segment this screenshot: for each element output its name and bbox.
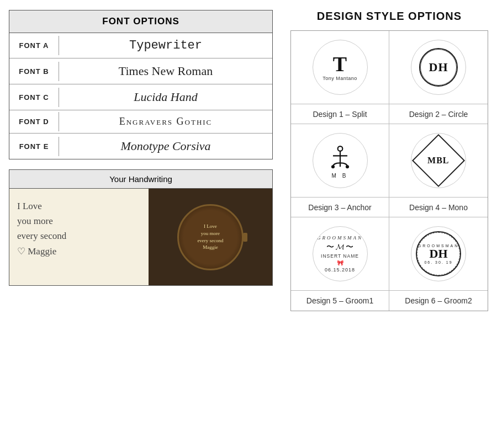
design-label-3: Design 3 – Anchor <box>291 198 389 217</box>
font-options-table: FONT OPTIONS FONT A Typewriter FONT B Ti… <box>9 10 273 159</box>
handwriting-title: Your Handwriting <box>9 170 272 189</box>
font-e-label: FONT E <box>9 137 59 156</box>
font-table-title: FONT OPTIONS <box>9 10 272 33</box>
design-5-insert: INSERT NAME <box>321 253 359 259</box>
design-6-top: GROOMSMAN <box>418 244 459 248</box>
design-5-label-text: Design 5 – Groom1 <box>306 296 373 305</box>
design-6-circle: GROOMSMAN DH 06. 30. 19 <box>411 226 466 281</box>
font-d-sample: Engravers Gothic <box>59 110 272 133</box>
design-label-5: Design 5 – Groom1 <box>291 291 389 311</box>
design-3-label-text: Design 3 – Anchor <box>308 203 371 212</box>
font-row-c: FONT C Lucida Hand <box>9 84 272 110</box>
design-3-inner: M B <box>326 143 355 179</box>
watch-image: I Love you more every second Maggie <box>149 189 272 285</box>
design-3-circle: M B <box>313 133 368 188</box>
handwriting-body: I Love you more every second ♡ Maggie I … <box>9 189 272 285</box>
svg-point-0 <box>337 146 342 151</box>
design-6-letters: DH <box>430 248 448 260</box>
left-panel: FONT OPTIONS FONT A Typewriter FONT B Ti… <box>0 0 282 448</box>
design-label-6: Design 6 – Groom2 <box>389 291 488 311</box>
design-cell-5: GROOMSMAN 〜 𝓜 〜 INSERT NAME 🎀 06.15.2018 <box>291 217 389 291</box>
design-5-circle: GROOMSMAN 〜 𝓜 〜 INSERT NAME 🎀 06.15.2018 <box>313 226 368 281</box>
design-2-circle: DH <box>411 40 466 95</box>
design-1-circle: T Tony Mantano <box>313 40 368 95</box>
design-2-letters: DH <box>429 60 448 74</box>
design-4-label-text: Design 4 – Mono <box>409 203 468 212</box>
design-1-inner: T Tony Mantano <box>322 54 357 81</box>
font-a-sample: Typewriter <box>59 33 272 58</box>
design-grid: T Tony Mantano DH Design 1 – Split Desig… <box>290 30 488 311</box>
design-5-date: 06.15.2018 <box>325 267 355 273</box>
watch-face: I Love you more every second Maggie <box>177 204 244 270</box>
design-2-label-text: Design 2 – Circle <box>409 110 468 119</box>
design-4-circle: MBL <box>411 133 466 188</box>
design-label-4: Design 4 – Mono <box>389 198 488 217</box>
svg-point-4 <box>345 165 348 168</box>
svg-point-3 <box>331 165 334 168</box>
design-6-date: 06. 30. 19 <box>424 260 452 264</box>
font-c-sample: Lucida Hand <box>59 84 272 110</box>
font-e-sample: Monotype Corsiva <box>59 134 272 159</box>
design-6-label-text: Design 6 – Groom2 <box>405 296 472 305</box>
font-c-label: FONT C <box>9 88 59 107</box>
design-2-inner: DH <box>419 48 458 87</box>
font-a-label: FONT A <box>9 36 59 55</box>
design-cell-1: T Tony Mantano <box>291 31 389 104</box>
font-row-d: FONT D Engravers Gothic <box>9 110 272 134</box>
font-row-b: FONT B Times New Roman <box>9 58 272 84</box>
handwriting-section: Your Handwriting I Love you more every s… <box>9 169 273 286</box>
mustache-icon: 〜 𝓜 〜 <box>326 242 354 252</box>
design-4-letters: MBL <box>427 156 449 166</box>
handwriting-text: I Love you more every second ♡ Maggie <box>17 199 66 259</box>
font-row-a: FONT A Typewriter <box>9 33 272 58</box>
watch-crown <box>243 233 247 242</box>
design-cell-6: GROOMSMAN DH 06. 30. 19 <box>389 217 488 291</box>
handwriting-note: I Love you more every second ♡ Maggie <box>9 189 149 285</box>
right-panel: DESIGN STYLE OPTIONS T Tony Mantano DH D… <box>282 0 497 448</box>
design-3-initials: M B <box>332 173 348 179</box>
design-cell-2: DH <box>389 31 488 104</box>
design-label-2: Design 2 – Circle <box>389 104 488 124</box>
design-cell-4: MBL <box>389 124 488 198</box>
font-row-e: FONT E Monotype Corsiva <box>9 134 272 159</box>
design-1-label-text: Design 1 – Split <box>313 110 367 119</box>
design-1-name: Tony Mantano <box>322 76 357 81</box>
design-section-title: DESIGN STYLE OPTIONS <box>290 10 488 23</box>
bowtie-icon: 🎀 <box>337 260 343 266</box>
design-label-1: Design 1 – Split <box>291 104 389 124</box>
design-6-inner: GROOMSMAN DH 06. 30. 19 <box>416 231 461 276</box>
anchor-icon <box>326 143 355 172</box>
design-1-letter: T <box>333 54 347 74</box>
font-b-sample: Times New Roman <box>59 58 272 84</box>
font-b-label: FONT B <box>9 62 59 81</box>
design-5-top: GROOMSMAN <box>317 235 363 241</box>
design-cell-3: M B <box>291 124 389 198</box>
font-d-label: FONT D <box>9 112 59 131</box>
design-4-inner: MBL <box>412 134 465 187</box>
watch-engraving: I Love you more every second Maggie <box>193 218 228 255</box>
design-5-inner: GROOMSMAN 〜 𝓜 〜 INSERT NAME 🎀 06.15.2018 <box>316 230 364 278</box>
